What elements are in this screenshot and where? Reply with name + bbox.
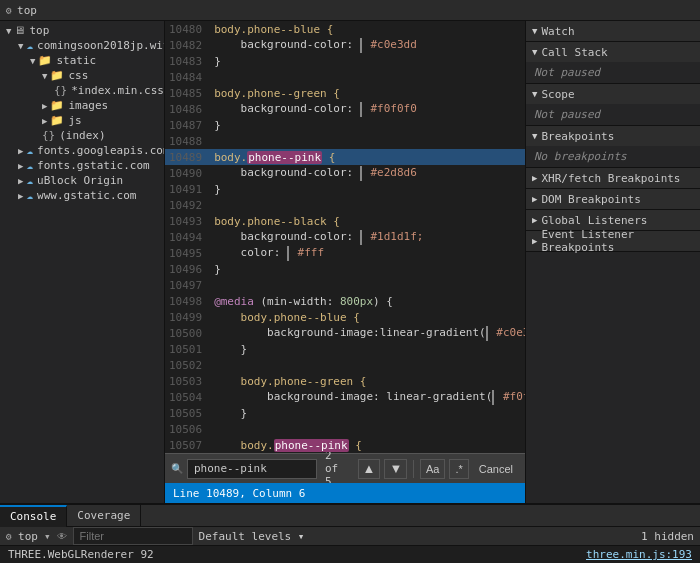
line-content[interactable]: body.phone--green {	[210, 373, 525, 389]
panel-title: Breakpoints	[541, 130, 614, 143]
code-line: 10503 body.phone--green {	[165, 373, 525, 389]
code-token: }	[214, 407, 247, 420]
sidebar-item[interactable]: ▶☁fonts.googleapis.com	[0, 143, 164, 158]
code-line: 10504 background-image: linear-gradient(…	[165, 389, 525, 405]
line-content[interactable]: body.phone--pink {	[210, 149, 525, 165]
line-content[interactable]: body.phone--blue {	[210, 21, 525, 37]
sidebar-item[interactable]: ▶☁fonts.gstatic.com	[0, 158, 164, 173]
line-number: 10497	[165, 277, 210, 293]
line-content[interactable]: }	[210, 261, 525, 277]
line-content[interactable]: background-image:linear-gradient( #c0e3d…	[210, 325, 525, 341]
panel-header[interactable]: ▼ Call Stack	[526, 42, 700, 62]
line-content[interactable]: background-color: #1d1d1f;	[210, 229, 525, 245]
sidebar-item[interactable]: {}*index.min.css?ca...	[0, 83, 164, 98]
line-content[interactable]	[210, 197, 525, 213]
line-content[interactable]: background-color: #f0f0f0	[210, 101, 525, 117]
code-editor[interactable]: 10480body.phone--blue {10482 background-…	[165, 21, 525, 453]
code-line: 10502	[165, 357, 525, 373]
cursor-position: Line 10489, Column 6	[173, 487, 305, 500]
line-content[interactable]	[210, 133, 525, 149]
line-content[interactable]: }	[210, 181, 525, 197]
code-line: 10482 background-color: #c0e3dd	[165, 37, 525, 53]
line-content[interactable]: }	[210, 117, 525, 133]
sidebar-item[interactable]: ▶📁js	[0, 113, 164, 128]
line-content[interactable]: body.phone--green {	[210, 85, 525, 101]
search-cancel-button[interactable]: Cancel	[473, 462, 519, 476]
sidebar-item[interactable]: ▼📁static	[0, 53, 164, 68]
code-token: phone--pink	[247, 151, 322, 164]
panel-header[interactable]: ▶ Event Listener Breakpoints	[526, 231, 700, 251]
line-number: 10506	[165, 421, 210, 437]
panel-header[interactable]: ▼ Watch	[526, 21, 700, 41]
code-token: background-color:	[214, 102, 360, 115]
code-token: body.	[214, 439, 274, 452]
line-content[interactable]: @media (min-width: 800px) {	[210, 293, 525, 309]
sidebar-item[interactable]: ▶☁uBlock Origin	[0, 173, 164, 188]
line-number: 10504	[165, 389, 210, 405]
line-content[interactable]: background-image: linear-gradient( #f0f0…	[210, 389, 525, 405]
line-content[interactable]: background-color: #c0e3dd	[210, 37, 525, 53]
code-line: 10495 color: #fff	[165, 245, 525, 261]
line-content[interactable]	[210, 421, 525, 437]
case-sensitive-button[interactable]: Aa	[420, 459, 445, 479]
line-content[interactable]: body.phone--blue {	[210, 309, 525, 325]
sidebar-item[interactable]: ▼📁css	[0, 68, 164, 83]
regex-button[interactable]: .*	[449, 459, 468, 479]
line-content[interactable]	[210, 357, 525, 373]
folder-icon: 📁	[50, 99, 64, 112]
line-content[interactable]: background-color: #e2d8d6	[210, 165, 525, 181]
panel-arrow: ▶	[532, 173, 537, 183]
panel-title: Call Stack	[541, 46, 607, 59]
panel-section: ▼ Breakpoints No breakpoints	[526, 126, 700, 168]
line-number: 10494	[165, 229, 210, 245]
code-token: @media	[214, 295, 254, 308]
sidebar-item[interactable]: ▼☁comingsoon2018jp.with...	[0, 38, 164, 53]
panel-arrow: ▼	[532, 131, 537, 141]
devtools-icon: ⚙	[6, 5, 12, 16]
console-tab[interactable]: Console	[0, 505, 67, 527]
sidebar-item[interactable]: ▶📁images	[0, 98, 164, 113]
tree-label: fonts.gstatic.com	[37, 159, 150, 172]
panel-header[interactable]: ▼ Breakpoints	[526, 126, 700, 146]
line-content[interactable]: }	[210, 405, 525, 421]
devtools-icon-small: ⚙	[6, 531, 12, 542]
panel-header[interactable]: ▼ Scope	[526, 84, 700, 104]
line-content[interactable]: body.phone--pink {	[210, 437, 525, 453]
search-input[interactable]	[187, 459, 317, 479]
line-number: 10485	[165, 85, 210, 101]
panel-header[interactable]: ▶ XHR/fetch Breakpoints	[526, 168, 700, 188]
target-dropdown-icon[interactable]: ▾	[44, 530, 51, 543]
line-number: 10480	[165, 21, 210, 37]
code-line: 10499 body.phone--blue {	[165, 309, 525, 325]
line-number: 10500	[165, 325, 210, 341]
code-token: background-color:	[214, 38, 360, 51]
line-number: 10505	[165, 405, 210, 421]
log-source-link[interactable]: three.min.js:193	[586, 548, 692, 561]
line-content[interactable]: body.phone--black {	[210, 213, 525, 229]
line-content[interactable]: color: #fff	[210, 245, 525, 261]
sidebar-item[interactable]: ▶☁www.gstatic.com	[0, 188, 164, 203]
folder-icon: 📁	[50, 69, 64, 82]
panel-title: XHR/fetch Breakpoints	[541, 172, 680, 185]
panel-title: Event Listener Breakpoints	[541, 228, 694, 254]
search-up-button[interactable]: ▲	[358, 459, 381, 479]
line-content[interactable]: }	[210, 341, 525, 357]
panel-header[interactable]: ▶ DOM Breakpoints	[526, 189, 700, 209]
console-tab[interactable]: Coverage	[67, 505, 141, 527]
code-line: 10492	[165, 197, 525, 213]
panel-header[interactable]: ▶ Global Listeners	[526, 210, 700, 230]
line-number: 10492	[165, 197, 210, 213]
log-levels-dropdown[interactable]: Default levels ▾	[199, 530, 305, 543]
line-content[interactable]	[210, 69, 525, 85]
console-filter-input[interactable]	[73, 527, 193, 545]
panel-section: ▶ DOM Breakpoints	[526, 189, 700, 210]
search-down-button[interactable]: ▼	[384, 459, 407, 479]
line-content[interactable]	[210, 277, 525, 293]
code-line: 10485body.phone--green {	[165, 85, 525, 101]
console-target-label: top	[18, 530, 38, 543]
sidebar-item[interactable]: {}(index)	[0, 128, 164, 143]
code-token: body.phone--black {	[214, 215, 340, 228]
line-content[interactable]: }	[210, 53, 525, 69]
sidebar-item[interactable]: ▼🖥top	[0, 23, 164, 38]
code-token: #f0f0f0 30	[496, 390, 525, 403]
